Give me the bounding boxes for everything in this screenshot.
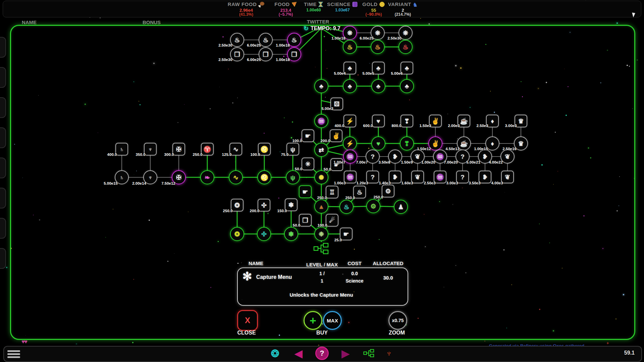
side-tab[interactable] — [0, 248, 6, 269]
tree-node-hand-click[interactable]: ☛ — [299, 185, 312, 198]
side-tab[interactable] — [0, 158, 6, 178]
tree-node-sheep[interactable]: ♈ — [201, 143, 214, 156]
hamburger-menu-icon[interactable] — [7, 349, 20, 359]
node-cost-label: 250.0 — [223, 209, 233, 213]
tree-node-apple[interactable]: ❂ — [231, 199, 244, 212]
tree-icon: ♣ — [376, 65, 380, 71]
bg-column-header-twitter: TWITTER — [307, 19, 329, 24]
tree-node-hand-click[interactable]: ☛ — [302, 129, 314, 142]
tree-node-beetle[interactable]: ✣ — [258, 199, 270, 212]
node-cost-label: 3.50e8 — [378, 160, 390, 164]
creature-icon[interactable]: ♆ — [386, 348, 392, 359]
hamburger-bar — [7, 350, 20, 352]
tree-node-roast[interactable]: ♨ — [371, 40, 385, 54]
manta-icon: ✠ — [176, 174, 181, 181]
heart-antler-icon: ❦ — [505, 174, 510, 180]
beetle-icon: ✣ — [261, 231, 267, 237]
tree-node-firepit[interactable]: ? — [456, 171, 469, 183]
side-tab[interactable] — [0, 127, 6, 148]
buy-button[interactable]: + — [304, 311, 322, 330]
galaxy-icon[interactable]: ❂ — [271, 348, 279, 359]
tree-node-teeth[interactable]: ♒ — [314, 114, 328, 128]
arrow-left-icon[interactable]: ◀ — [294, 348, 302, 359]
tree-node-tree[interactable]: ♣ — [371, 79, 385, 93]
campfire-icon: ♨ — [263, 37, 268, 43]
machine-icon: ⚙ — [370, 203, 376, 209]
tree-node-fist[interactable]: ✌ — [330, 129, 342, 142]
tree-node-spider[interactable]: ✳ — [302, 158, 314, 170]
tree-node-teeth[interactable]: ♒ — [344, 171, 357, 183]
column-header-name: NAME — [249, 260, 263, 266]
help-icon[interactable]: ? — [315, 347, 329, 360]
tree-node-tree[interactable]: ♣ — [343, 79, 357, 93]
tree-node-heart-hands[interactable]: ❥ — [479, 171, 491, 183]
tree-node-campfire[interactable]: ♨ — [339, 200, 354, 214]
tree-node-heart-hands[interactable]: ❥ — [389, 171, 401, 183]
tree-node-campfire[interactable]: ♨ — [353, 186, 366, 198]
tree-node-beetle[interactable]: ✣ — [257, 227, 271, 241]
roast-icon: ♨ — [375, 44, 380, 50]
tree-node-snake[interactable]: ∿ — [229, 170, 243, 184]
side-tab[interactable] — [0, 37, 6, 58]
tree-node-machine[interactable]: ⚙ — [382, 185, 394, 197]
tree-node-mantis[interactable]: ψ — [286, 170, 300, 184]
tree-node-manta[interactable]: ✠ — [172, 143, 185, 156]
tree-node-squid[interactable]: ♆ — [144, 143, 157, 156]
tree-node-firefly[interactable]: ✺ — [314, 170, 328, 184]
tree-node-sticks[interactable]: ☄ — [326, 214, 338, 227]
mantis-icon: ψ — [290, 146, 295, 153]
firepit-icon: ? — [371, 154, 375, 160]
node-cost-label: 150.0 — [277, 209, 287, 213]
close-button[interactable]: X — [237, 310, 258, 331]
tree-icon: ♣ — [319, 83, 323, 89]
tree-node-refinery[interactable]: ❒ — [299, 214, 312, 227]
node-cost-label: 2.50e16 — [502, 147, 517, 151]
tree-node-heart-antler[interactable]: ❦ — [411, 171, 424, 183]
robot-icon: ♟ — [398, 204, 404, 210]
max-button[interactable]: MAX — [323, 311, 342, 330]
node-cost-label: 5.00e21 — [466, 160, 480, 164]
tree-node-roast[interactable]: ♨ — [398, 40, 413, 54]
side-tab[interactable] — [0, 188, 6, 208]
tree-node-temple[interactable]: ♖ — [326, 186, 338, 198]
resource-change: (−5.7%) — [259, 12, 313, 17]
tree-node-teeth[interactable]: ♒ — [434, 171, 446, 183]
web-icon: ❋ — [375, 30, 380, 36]
heart-hands-icon: ❥ — [482, 154, 488, 160]
tree-node-heart-plus[interactable]: ❣ — [400, 115, 413, 127]
tree-node-apple[interactable]: ❂ — [230, 227, 244, 241]
heart-plus-icon: ❣ — [404, 118, 410, 124]
side-tab[interactable] — [0, 67, 6, 88]
side-tab[interactable] — [0, 97, 6, 118]
tree-node-heart-antler[interactable]: ❦ — [501, 171, 514, 183]
tree-node-pile[interactable]: ❉ — [314, 227, 328, 241]
tree-node-kiwi[interactable]: ❧ — [200, 170, 214, 184]
node-cost-label: 2.50e30 — [218, 58, 232, 62]
tree-node-tree[interactable]: ♣ — [314, 79, 328, 93]
tree-node-roast[interactable]: ♨ — [343, 40, 357, 54]
heart-antler-icon: ❦ — [415, 154, 420, 160]
tree-node-robot[interactable]: ♟ — [394, 200, 408, 214]
tree-node-heart-plus[interactable]: ❣ — [400, 136, 414, 150]
tree-menu-icon[interactable] — [363, 349, 375, 358]
star — [100, 17, 101, 18]
tree-node-machine[interactable]: ⚙ — [366, 199, 380, 213]
tree-node-hub-arrows[interactable]: ⇄ — [314, 143, 328, 157]
tree-node-wheat[interactable]: ❃ — [284, 227, 298, 241]
resource-variant: VARIANT♞ 2 (214.7%) — [376, 1, 430, 17]
tree-node-rat[interactable]: ♌ — [257, 170, 271, 184]
tree-node-muscle[interactable]: ⚡ — [343, 136, 357, 150]
snake-icon: ∿ — [233, 146, 238, 153]
zoom-button[interactable]: x0.75 — [388, 311, 407, 330]
arrow-right-icon[interactable]: ▶ — [341, 348, 349, 359]
tree-node-tree[interactable]: ♣ — [400, 79, 414, 93]
tree-node-heart-diamond[interactable]: ♥ — [372, 115, 385, 127]
tree-node-muscle[interactable]: ⚡ — [343, 115, 356, 127]
tree-node-heart-diamond[interactable]: ♥ — [371, 136, 385, 150]
tree-node-tent[interactable]: ▲ — [314, 199, 328, 214]
tree-node-elephant[interactable]: ♄ — [115, 143, 128, 156]
tree-node-firepit[interactable]: ? — [366, 171, 379, 183]
resource-bar: RAW FOOD 2.96e4 (41.3%)FOOD 213.4 (−5.7%… — [3, 1, 641, 17]
side-tab[interactable] — [0, 218, 6, 239]
node-cost-label: 5.00e3 — [321, 107, 333, 111]
